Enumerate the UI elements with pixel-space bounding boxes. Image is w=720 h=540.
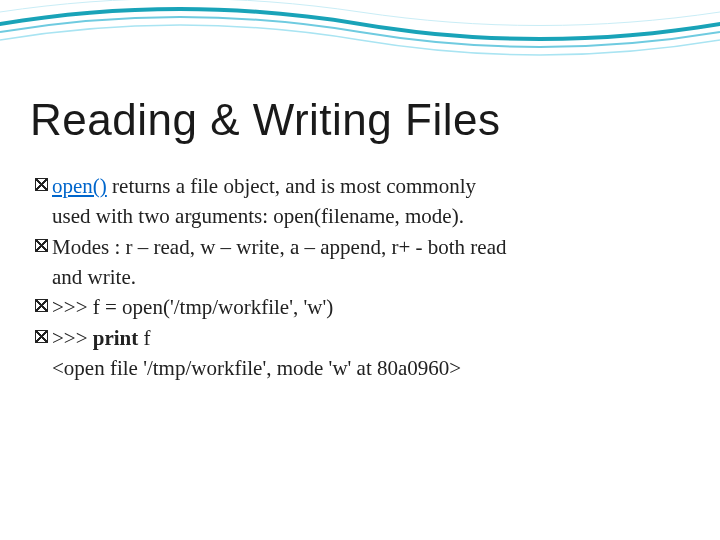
bullet-icon: [35, 330, 48, 343]
slide-title: Reading & Writing Files: [30, 95, 500, 145]
slide: Reading & Writing Files open() returns a…: [0, 0, 720, 540]
wave-decoration: [0, 0, 720, 90]
bullet-4-prefix: >>>: [52, 326, 93, 350]
bullet-icon: [35, 178, 48, 191]
slide-body: open() returns a file object, and is mos…: [35, 172, 685, 384]
bullet-4-text: >>> print f: [52, 324, 685, 352]
bullet-1-rest: returns a file object, and is most commo…: [107, 174, 476, 198]
bullet-1-text: open() returns a file object, and is mos…: [52, 172, 685, 200]
bullet-2-cont: and write.: [52, 263, 685, 291]
bullet-4-cont: <open file '/tmp/workfile', mode 'w' at …: [52, 354, 685, 382]
bullet-3-text: >>> f = open('/tmp/workfile', 'w'): [52, 293, 685, 321]
bullet-1: open() returns a file object, and is mos…: [35, 172, 685, 200]
open-link[interactable]: open(): [52, 174, 107, 198]
bullet-1-cont: used with two arguments: open(filename, …: [52, 202, 685, 230]
bullet-icon: [35, 239, 48, 252]
bullet-2: Modes : r – read, w – write, a – append,…: [35, 233, 685, 261]
bullet-3: >>> f = open('/tmp/workfile', 'w'): [35, 293, 685, 321]
bullet-4: >>> print f: [35, 324, 685, 352]
print-keyword: print: [93, 326, 139, 350]
bullet-2-text: Modes : r – read, w – write, a – append,…: [52, 233, 685, 261]
bullet-4-rest: f: [138, 326, 150, 350]
bullet-icon: [35, 299, 48, 312]
